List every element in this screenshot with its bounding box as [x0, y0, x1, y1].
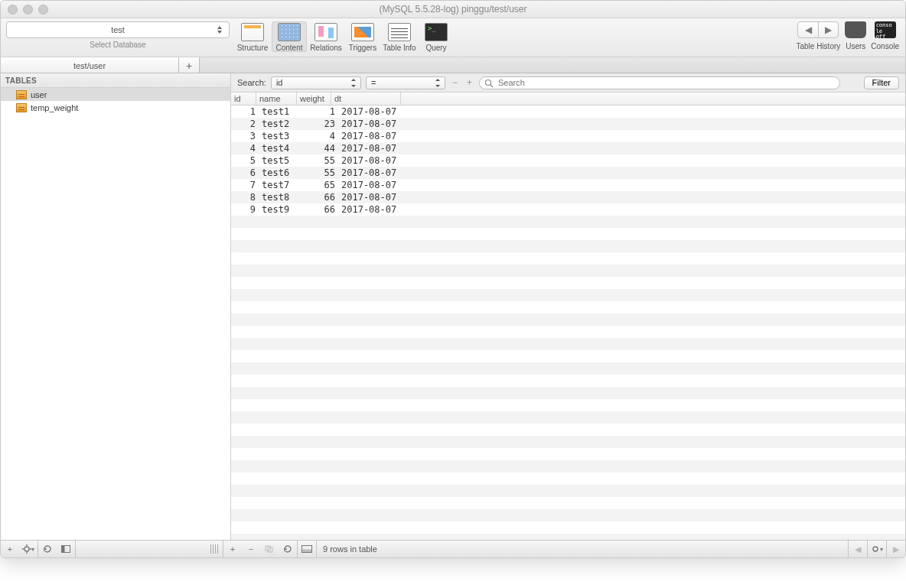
toolbar-users[interactable]: Users [845, 21, 866, 50]
cell-weight: 44 [301, 143, 338, 154]
cell-id: 6 [231, 167, 259, 178]
row-remove-button[interactable]: − [242, 541, 260, 557]
add-filter-icon[interactable]: + [464, 77, 474, 88]
toolbar-console[interactable]: conso le off Console [871, 21, 899, 50]
empty-row [231, 485, 905, 497]
cell-dt: 2017-08-07 [338, 204, 410, 215]
table-row[interactable]: 9test9662017-08-07 [231, 203, 905, 216]
cell-dt: 2017-08-07 [338, 180, 410, 190]
toolbar-relations[interactable]: Relations [308, 21, 344, 52]
page-next-button[interactable]: ▶ [887, 541, 905, 557]
sidebar-item-temp-weight[interactable]: temp_weight [1, 101, 230, 114]
cell-name: test7 [259, 180, 301, 190]
tab-add[interactable]: + [179, 57, 200, 73]
cell-dt: 2017-08-07 [338, 192, 410, 203]
cell-weight: 23 [301, 119, 338, 129]
toolbar-content[interactable]: Content [272, 21, 307, 52]
table-row[interactable]: 1test112017-08-07 [231, 106, 905, 118]
table-row[interactable]: 5test5552017-08-07 [231, 154, 905, 167]
empty-row [231, 228, 905, 240]
sidebar-item-user[interactable]: user [1, 88, 230, 101]
minimize-window-icon[interactable] [23, 5, 33, 15]
database-select-value: test [111, 25, 125, 34]
sidebar-refresh-button[interactable] [38, 541, 57, 557]
page-prev-button[interactable]: ◀ [849, 541, 867, 557]
history-label: Table History [796, 42, 840, 50]
cell-weight: 55 [301, 155, 338, 166]
empty-row [231, 216, 905, 228]
tab-main[interactable]: test/user [1, 57, 179, 73]
empty-row [231, 277, 905, 289]
table-row[interactable]: 4test4442017-08-07 [231, 142, 905, 154]
grid-body[interactable]: 1test112017-08-072test2232017-08-073test… [231, 106, 905, 540]
cell-id: 4 [231, 143, 259, 154]
cell-id: 7 [231, 180, 259, 190]
refresh-icon [43, 544, 52, 554]
row-add-button[interactable]: + [223, 541, 242, 557]
search-op-select[interactable]: = [366, 76, 445, 89]
table-row[interactable]: 8test8662017-08-07 [231, 191, 905, 203]
empty-row [231, 350, 905, 362]
empty-row [231, 448, 905, 460]
col-dt[interactable]: dt [331, 93, 401, 105]
gear-icon [871, 544, 880, 554]
content-pane-toggle[interactable] [298, 541, 316, 557]
bottom-bar: + ▾ + − [1, 540, 905, 557]
pane-icon [61, 545, 70, 553]
empty-row [231, 240, 905, 252]
filter-button[interactable]: Filter [864, 76, 899, 89]
sidebar-gear-button[interactable]: ▾ [19, 541, 37, 557]
relations-icon [314, 23, 337, 41]
toolbar-structure[interactable]: Structure [235, 21, 270, 52]
col-weight[interactable]: weight [297, 93, 331, 105]
col-spacer [401, 93, 905, 105]
search-icon [484, 79, 494, 88]
window-title: (MySQL 5.5.28-log) pinggu/test/user [1, 4, 905, 15]
search-field-select[interactable]: id [271, 76, 361, 89]
triggers-icon [351, 23, 374, 41]
cell-weight: 55 [301, 167, 338, 178]
row-duplicate-button[interactable] [260, 541, 279, 557]
cell-dt: 2017-08-07 [338, 143, 410, 154]
history-forward-button[interactable]: ▶ [818, 22, 838, 37]
database-select[interactable]: test [6, 21, 230, 38]
sidebar-toggle-button[interactable] [57, 541, 75, 557]
gear-icon [22, 544, 31, 554]
table-icon [16, 90, 27, 99]
empty-row [231, 534, 905, 540]
toolbar-table-info[interactable]: Table Info [382, 21, 417, 52]
toolbar-query[interactable]: Query [419, 21, 454, 52]
content-refresh-button[interactable] [279, 541, 297, 557]
cell-name: test6 [259, 167, 301, 178]
empty-row [231, 338, 905, 350]
cell-dt: 2017-08-07 [338, 155, 410, 166]
cell-weight: 66 [301, 204, 338, 215]
sidebar-item-label: temp_weight [31, 103, 78, 112]
content-icon [278, 23, 301, 41]
table-row[interactable]: 2test2232017-08-07 [231, 118, 905, 130]
empty-row [231, 265, 905, 277]
table-row[interactable]: 6test6552017-08-07 [231, 167, 905, 179]
main-toolbar: test Select Database Structure Content R… [1, 18, 905, 57]
cell-id: 5 [231, 155, 259, 166]
page-gear-button[interactable]: ▾ [868, 541, 886, 557]
col-id[interactable]: id [231, 93, 256, 105]
empty-row [231, 497, 905, 509]
cell-weight: 1 [301, 106, 338, 117]
remove-filter-icon[interactable]: − [450, 77, 460, 88]
tab-strip: test/user + [1, 57, 905, 73]
col-name[interactable]: name [256, 93, 297, 105]
empty-row [231, 411, 905, 424]
empty-row [231, 399, 905, 411]
duplicate-icon [265, 545, 274, 553]
toolbar-triggers[interactable]: Triggers [345, 21, 380, 52]
search-input[interactable] [497, 77, 836, 88]
history-back-button[interactable]: ◀ [798, 22, 818, 37]
table-row[interactable]: 7test7652017-08-07 [231, 179, 905, 191]
sidebar-add-button[interactable]: + [1, 541, 19, 557]
zoom-window-icon[interactable] [38, 5, 48, 15]
empty-row [231, 252, 905, 265]
close-window-icon[interactable] [8, 5, 18, 15]
sidebar-resize-handle[interactable] [210, 544, 218, 554]
table-row[interactable]: 3test342017-08-07 [231, 130, 905, 142]
